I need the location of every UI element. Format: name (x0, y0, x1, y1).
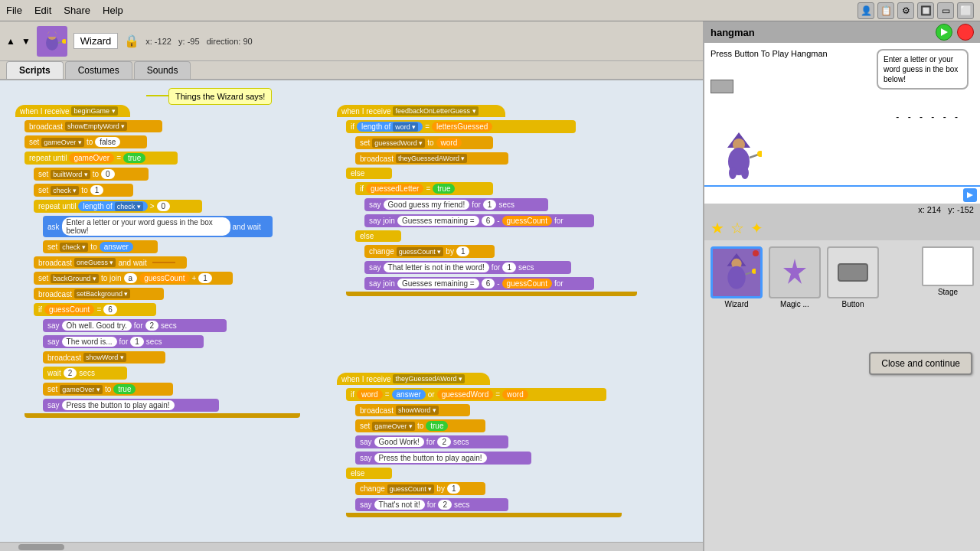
sprite-item-button[interactable]: Button (827, 246, 879, 308)
hat-block-theyGuessed[interactable]: when I receive theyGuessedAWord ▾ (337, 372, 622, 386)
sprite-label-magic: Magic ... (780, 300, 809, 308)
block-if-guessCount[interactable]: if guessCount = 6 (34, 302, 300, 317)
stage-prompt: Press Button To Play Hangman (710, 49, 828, 58)
block-change-guessCount-2[interactable]: change guessCount ▾ by 1 (355, 481, 622, 496)
block-say-notInWord[interactable]: say That letter is not in the word! for … (364, 260, 637, 275)
block-say-notit[interactable]: say That's not it! for 2 secs (355, 497, 622, 512)
nav-down-arrow[interactable]: ▼ (21, 36, 31, 47)
toolbar-icon-4[interactable]: 🔲 (917, 2, 934, 19)
block-set-gameOver-true[interactable]: set gameOver ▾ to true (43, 382, 300, 396)
stage-item[interactable]: Stage (922, 246, 974, 296)
block-ask[interactable]: ask Enter a letter or your word guess in… (43, 215, 300, 238)
block-broadcast-showEmptyWord[interactable]: broadcast showEmptyWord ▾ (24, 119, 300, 133)
sprite-label-wizard: Wizard (724, 300, 748, 308)
block-set-builtWord[interactable]: set builtWord ▾ to 0 (34, 167, 300, 181)
sprite-item-magic[interactable]: Magic ... (769, 246, 821, 308)
hat-block-beginGame[interactable]: when I receive beginGame ▾ (15, 104, 300, 118)
block-if-guessedLetter[interactable]: if guessedLetter = true (355, 181, 637, 196)
stage-view: Press Button To Play Hangman Enter a let… (704, 43, 980, 204)
close-continue-button[interactable]: Close and continue (869, 352, 972, 375)
block-set-guessedWord[interactable]: set guessedWord ▾ to word (355, 135, 637, 150)
stage-text-input[interactable] (707, 191, 963, 200)
block-if-length[interactable]: if length of word ▾ = lettersGuessed (346, 119, 637, 134)
stage-title: hangman (710, 27, 755, 38)
tab-costumes[interactable]: Costumes (65, 61, 132, 79)
question-star[interactable]: ✦ (750, 219, 763, 237)
block-set-background[interactable]: set backGround ▾ to join a guessCount + … (34, 271, 300, 285)
sprite-name-box[interactable]: Wizard (74, 33, 118, 49)
toolbar-icon-2[interactable]: 📋 (877, 2, 894, 19)
block-broadcast-setBackground[interactable]: broadcast setBackground ▾ (34, 287, 300, 301)
svg-point-16 (727, 266, 745, 289)
tab-sounds[interactable]: Sounds (134, 61, 191, 79)
block-set-gameOver-false[interactable]: set gameOver ▾ to false (24, 135, 300, 149)
toolbar-icon-3[interactable]: ⚙ (897, 2, 914, 19)
outline-star[interactable]: ☆ (730, 219, 744, 237)
svg-point-10 (757, 151, 762, 157)
scripts-area[interactable]: Things the Wizard says! when I receive b… (0, 80, 703, 542)
block-change-guessCount[interactable]: change guessCount ▾ by 1 (364, 244, 637, 259)
script-group-3: when I receive theyGuessedAWord ▾ if wor… (337, 371, 622, 517)
hat-block-feedback[interactable]: when I receive feedbackOnLetterGuess ▾ (337, 104, 637, 118)
block-else-1: else (346, 167, 637, 180)
nav-up-arrow[interactable]: ▲ (6, 36, 15, 47)
scrollbar-thumb[interactable] (18, 544, 64, 550)
block-say-goodguess[interactable]: say Good guess my friend! for 1 secs (364, 197, 637, 212)
block-set-gameOver-true-2[interactable]: set gameOver ▾ to true (355, 419, 622, 433)
toolbar-icon-6[interactable]: ⬜ (957, 2, 974, 19)
svg-marker-5 (941, 28, 948, 36)
toolbar-icon-1[interactable]: 👤 (858, 2, 874, 19)
block-say-pressButton[interactable]: say Press the button to play again! (43, 398, 300, 412)
sprite-label-button: Button (842, 300, 864, 308)
svg-marker-2 (46, 28, 58, 37)
block-else-3: else (346, 467, 622, 480)
right-panel: hangman Press Button To Play Hangman Ent… (704, 21, 980, 551)
block-say-pressButton-2[interactable]: say Press the button to play again! (355, 451, 622, 465)
svg-marker-13 (967, 192, 973, 198)
menu-edit[interactable]: Edit (34, 5, 51, 16)
svg-point-4 (62, 39, 66, 44)
block-broadcast-theyGuessed[interactable]: broadcast theyGuessedAWord ▾ (355, 152, 637, 165)
speech-bubble: Enter a letter or your word guess in the… (877, 49, 969, 90)
menu-share[interactable]: Share (64, 5, 90, 16)
comment-box: Things the Wizard says! (168, 88, 272, 105)
filled-star[interactable]: ★ (710, 219, 724, 237)
block-set-check-1[interactable]: set check ▾ to 1 (34, 183, 300, 197)
main-layout: ▲ ▼ Wizard 🔒 x: -122 y: -95 direction: 9… (0, 21, 980, 551)
word-dashes: - - - - - - (896, 112, 961, 122)
stage-label: Stage (938, 288, 958, 296)
menu-file[interactable]: File (6, 5, 22, 16)
sprite-bar: ▲ ▼ Wizard 🔒 x: -122 y: -95 direction: 9… (0, 21, 703, 61)
block-repeat-check[interactable]: repeat until length of check ▾ > 0 (34, 199, 300, 214)
stage-header: hangman (704, 21, 980, 43)
block-wait-2[interactable]: wait 2 secs (43, 366, 300, 380)
tabs-bar: Scripts Costumes Sounds (0, 61, 703, 80)
sprite-item-wizard[interactable]: Wizard (710, 246, 763, 308)
horizontal-scrollbar[interactable] (0, 542, 703, 551)
menu-help[interactable]: Help (103, 5, 123, 16)
script-group-1: when I receive beginGame ▾ broadcast sho… (15, 103, 300, 418)
block-set-check-answer[interactable]: set check ▾ to answer (43, 240, 300, 254)
block-say-guesses-2[interactable]: say join Guesses remaining = 6 - guessCo… (364, 276, 637, 291)
svg-point-12 (741, 167, 749, 179)
sprites-panel: Wizard Magic ... Button (704, 240, 980, 551)
wizard-stage-sprite (716, 131, 762, 181)
svg-point-18 (752, 269, 756, 274)
block-repeat-until[interactable]: repeat until gameOver = true (24, 151, 300, 165)
block-say-guesses-1[interactable]: say join Guesses remaining = 6 - guessCo… (364, 214, 637, 228)
block-broadcast-oneGuess[interactable]: broadcast oneGuess ▾ and wait (34, 256, 300, 269)
tab-scripts[interactable]: Scripts (6, 61, 64, 79)
play-button[interactable] (710, 80, 733, 93)
toolbar-icon-5[interactable]: ▭ (937, 2, 954, 19)
block-broadcast-showWord-2[interactable]: broadcast showWord ▾ (355, 403, 622, 417)
green-flag-button[interactable] (936, 24, 952, 41)
menu-bar: File Edit Share Help 👤 📋 ⚙ 🔲 ▭ ⬜ (0, 0, 980, 21)
block-broadcast-showWord-1[interactable]: broadcast showWord ▾ (43, 350, 300, 364)
block-say-theword[interactable]: say The word is... for 1 secs (43, 334, 300, 349)
block-say-goodwork[interactable]: say Good Work! for 2 secs (355, 435, 622, 449)
block-say-ohwell[interactable]: say Oh well. Good try. for 2 secs (43, 318, 300, 333)
block-if-word-answer[interactable]: if word = answer or guessedWord = word (346, 387, 622, 402)
red-stop-button[interactable] (957, 24, 974, 41)
stage-input-bar[interactable] (704, 185, 980, 204)
stage-submit-icon[interactable] (963, 188, 977, 202)
